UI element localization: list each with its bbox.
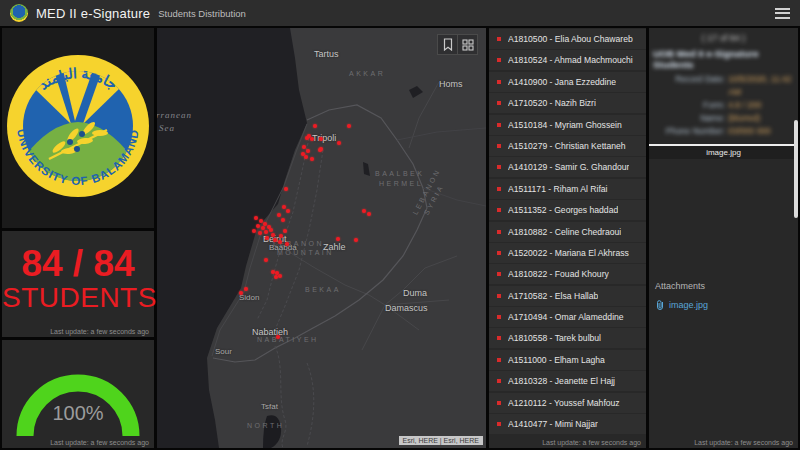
list-item[interactable]: A1510184 - Myriam Ghossein <box>489 115 646 135</box>
list-item[interactable]: A1810822 - Fouad Khoury <box>489 264 646 284</box>
list-item[interactable]: A1810558 - Tarek bulbul <box>489 328 646 348</box>
student-location-dot[interactable] <box>278 274 282 278</box>
details-last-update: Last update: a few seconds ago <box>694 439 793 446</box>
attachments-label: Attachments <box>655 281 792 291</box>
list-item[interactable]: A1810882 - Celine Chedraoui <box>489 222 646 242</box>
student-marker-icon <box>497 101 501 105</box>
list-item[interactable]: A1410477 - Mimi Najjar <box>489 414 646 434</box>
student-location-dot[interactable] <box>271 270 275 274</box>
student-marker-icon <box>497 37 501 41</box>
student-location-dot[interactable] <box>254 216 258 220</box>
student-location-dot[interactable] <box>265 236 269 240</box>
list-item[interactable]: A1810524 - Ahmad Machmouchi <box>489 50 646 70</box>
student-location-dot[interactable] <box>281 218 285 222</box>
student-counter-panel: 84 / 84 STUDENTS Last update: a few seco… <box>2 231 154 337</box>
student-marker-icon <box>497 422 501 426</box>
list-item[interactable]: A1520022 - Mariana El Akhrass <box>489 243 646 263</box>
dashboard: MED II e-Signature Students Distribution <box>0 0 800 450</box>
counter-last-update: Last update: a few seconds ago <box>50 328 149 335</box>
student-location-dot[interactable] <box>347 124 351 128</box>
student-marker-icon <box>497 358 501 362</box>
student-location-dot[interactable] <box>319 137 323 141</box>
student-location-dot[interactable] <box>302 145 306 149</box>
student-location-dot[interactable] <box>256 224 260 228</box>
student-location-dot[interactable] <box>274 275 278 279</box>
student-location-dot[interactable] <box>318 148 322 152</box>
student-marker-icon <box>497 315 501 319</box>
student-location-dot[interactable] <box>271 233 275 237</box>
student-location-dot[interactable] <box>282 205 286 209</box>
student-location-dot[interactable] <box>284 187 288 191</box>
student-id-name: A1810558 - Tarek bulbul <box>508 333 601 343</box>
student-location-dot[interactable] <box>304 155 308 159</box>
student-location-dot[interactable] <box>283 229 287 233</box>
list-item[interactable]: A1410900 - Jana Ezzeddine <box>489 72 646 92</box>
student-location-dot[interactable] <box>337 141 341 145</box>
legend-grid-icon[interactable] <box>457 35 477 54</box>
student-marker-icon <box>497 401 501 405</box>
student-marker-icon <box>497 58 501 62</box>
list-item[interactable]: A1710520 - Nazih Bizri <box>489 93 646 113</box>
list-item[interactable]: A1511000 - Elham Lagha <box>489 350 646 370</box>
student-marker-icon <box>497 187 501 191</box>
student-location-dot[interactable] <box>244 287 248 291</box>
student-location-dot[interactable] <box>264 258 268 262</box>
student-location-dot[interactable] <box>264 230 268 234</box>
student-location-dot[interactable] <box>239 291 243 295</box>
gauge-arc <box>3 352 153 440</box>
student-id-name: A1210112 - Youssef Mahfouz <box>508 398 620 408</box>
student-location-dot[interactable] <box>276 335 280 339</box>
list-item[interactable]: A1510279 - Christian Kettaneh <box>489 136 646 156</box>
student-location-dot[interactable] <box>336 237 340 241</box>
student-location-dot[interactable] <box>286 209 290 213</box>
student-marker-icon <box>497 336 501 340</box>
student-id-name: A1710582 - Elsa Hallab <box>508 291 598 301</box>
student-marker-icon <box>497 230 501 234</box>
list-item[interactable]: A1210112 - Youssef Mahfouz <box>489 393 646 413</box>
list-item[interactable]: A1511171 - Riham Al Rifai <box>489 179 646 199</box>
list-item[interactable]: A1710494 - Omar Alameddine <box>489 307 646 327</box>
detail-field: Name:(blurred) <box>653 112 794 125</box>
list-item[interactable]: A1810328 - Jeanette El Hajj <box>489 371 646 391</box>
student-location-dot[interactable] <box>313 124 317 128</box>
student-location-dot[interactable] <box>285 242 289 246</box>
student-location-dot[interactable] <box>278 240 282 244</box>
app-logo-icon <box>10 4 28 22</box>
map[interactable]: TartusHomsTripoliBeirutBaabdaZahleDumaDa… <box>157 28 486 448</box>
list-item[interactable]: A1511352 - Georges haddad <box>489 200 646 220</box>
student-location-dot[interactable] <box>252 229 256 233</box>
student-marker-icon <box>497 208 501 212</box>
student-location-dot[interactable] <box>306 149 310 153</box>
student-location-dot[interactable] <box>273 238 277 242</box>
student-marker-icon <box>497 379 501 383</box>
detail-field: Form:4.8 / 200 <box>653 99 794 112</box>
student-location-dot[interactable] <box>258 231 262 235</box>
list-item[interactable]: A1710582 - Elsa Hallab <box>489 286 646 306</box>
student-id-name: A1410900 - Jana Ezzeddine <box>508 77 616 87</box>
student-location-dot[interactable] <box>305 136 309 140</box>
student-location-dot[interactable] <box>269 228 273 232</box>
gauge-percent: 100% <box>2 402 154 425</box>
student-id-name: A1511352 - Georges haddad <box>508 205 618 215</box>
attachment-name: image.jpg <box>669 300 708 310</box>
detail-field: Phone Number:03/000 000 <box>653 125 794 138</box>
student-location-dot[interactable] <box>279 234 283 238</box>
student-location-dot[interactable] <box>310 157 314 161</box>
student-photo[interactable] <box>649 159 798 271</box>
student-location-dot[interactable] <box>310 137 314 141</box>
feature-pager[interactable]: ( 17 of 84 ) <box>649 28 798 43</box>
student-marker-icon <box>497 80 501 84</box>
student-location-dot[interactable] <box>362 209 366 213</box>
hamburger-menu-icon[interactable] <box>775 5 790 21</box>
list-item[interactable]: A1410129 - Samir G. Ghandour <box>489 157 646 177</box>
details-scrollbar[interactable] <box>794 120 798 218</box>
student-list[interactable]: A1810500 - Elia Abou ChawarebA1810524 - … <box>489 29 646 435</box>
counter-label: STUDENTS <box>2 282 154 314</box>
bookmark-icon[interactable] <box>438 35 457 54</box>
student-location-dot[interactable] <box>277 213 281 217</box>
student-location-dot[interactable] <box>354 238 358 242</box>
student-location-dot[interactable] <box>367 212 371 216</box>
attachment-link[interactable]: image.jpg <box>655 299 792 311</box>
list-item[interactable]: A1810500 - Elia Abou Chawareb <box>489 29 646 49</box>
app-title: MED II e-Signature <box>36 6 150 21</box>
